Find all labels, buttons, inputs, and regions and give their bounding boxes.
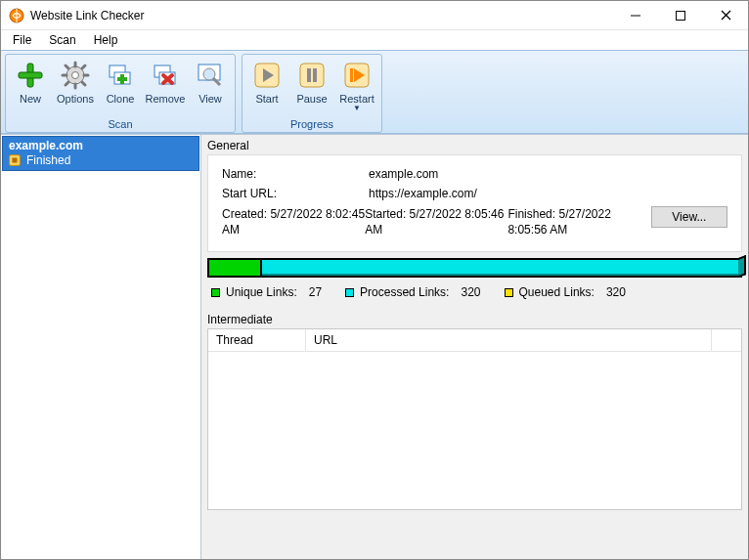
menu-help[interactable]: Help: [86, 31, 126, 49]
restart-button[interactable]: Restart ▼: [334, 57, 379, 117]
menubar: File Scan Help: [1, 30, 748, 50]
intermediate-header: Thread URL: [208, 329, 741, 352]
svg-rect-32: [307, 68, 311, 82]
close-button[interactable]: [703, 1, 748, 30]
intermediate-section-label: Intermediate: [201, 309, 748, 328]
options-button[interactable]: Options: [53, 57, 98, 117]
svg-line-14: [66, 65, 68, 68]
app-icon: [9, 8, 24, 23]
pause-icon: [296, 60, 328, 91]
name-label: Name:: [222, 167, 369, 181]
pause-button[interactable]: Pause: [289, 57, 334, 117]
view-details-button[interactable]: View...: [651, 206, 727, 228]
main-split: example.com Finished General Name: examp…: [1, 134, 748, 559]
ribbon-group-progress: Start Pause Restart ▼ Progress: [242, 54, 382, 133]
remove-button[interactable]: Remove: [143, 57, 188, 117]
starturl-label: Start URL:: [222, 187, 369, 200]
remove-icon: [150, 60, 181, 91]
titlebar: Website Link Checker: [1, 1, 748, 30]
maximize-button[interactable]: [658, 1, 703, 30]
svg-rect-3: [677, 11, 685, 20]
new-button[interactable]: New: [8, 57, 53, 117]
ribbon-group-progress-label: Progress: [244, 117, 379, 132]
general-section-label: General: [201, 135, 748, 154]
queued-links-label: Queued Links:: [519, 285, 595, 299]
menu-scan[interactable]: Scan: [41, 31, 83, 49]
swatch-unique: [211, 288, 220, 297]
col-spacer: [712, 329, 741, 351]
pause-label: Pause: [296, 93, 327, 105]
svg-rect-35: [350, 68, 353, 82]
chevron-down-icon: ▼: [353, 105, 361, 112]
sidebar-item-title: example.com: [9, 139, 193, 152]
col-url[interactable]: URL: [306, 329, 712, 351]
magnifier-icon: [195, 60, 226, 91]
clone-button[interactable]: Clone: [98, 57, 143, 117]
ribbon-group-scan: New Options Clone Remove: [5, 54, 236, 133]
play-icon: [251, 60, 283, 91]
progress-legend: Unique Links: 27 Processed Links: 320 Qu…: [211, 285, 742, 299]
start-label: Start: [255, 93, 278, 105]
minimize-button[interactable]: [613, 1, 658, 30]
svg-rect-7: [19, 72, 42, 78]
view-label: View: [198, 93, 222, 105]
processed-links-label: Processed Links:: [360, 285, 449, 299]
options-label: Options: [57, 93, 94, 105]
content-pane[interactable]: General Name: example.com Start URL: htt…: [201, 135, 748, 559]
sidebar-item-status: Finished: [26, 153, 70, 167]
clone-label: Clone: [107, 93, 135, 105]
ribbon: New Options Clone Remove: [1, 50, 748, 134]
sidebar: example.com Finished: [1, 135, 201, 559]
svg-rect-38: [13, 158, 18, 163]
menu-file[interactable]: File: [5, 31, 39, 49]
view-button[interactable]: View: [188, 57, 233, 117]
starturl-value: https://example.com/: [369, 187, 477, 200]
svg-line-16: [82, 65, 85, 68]
new-label: New: [20, 93, 41, 105]
created-label: Created:: [222, 207, 267, 221]
name-value: example.com: [369, 167, 438, 181]
started-label: Started:: [365, 207, 406, 221]
queued-links-value: 320: [606, 285, 626, 299]
window-title: Website Link Checker: [30, 9, 145, 22]
finished-label: Finished:: [507, 207, 555, 221]
general-panel: Name: example.com Start URL: https://exa…: [207, 154, 742, 252]
plus-icon: [15, 60, 46, 91]
restart-icon: [341, 60, 373, 91]
unique-links-value: 27: [309, 285, 322, 299]
svg-rect-31: [300, 64, 324, 87]
col-thread[interactable]: Thread: [208, 329, 306, 351]
svg-point-9: [72, 72, 79, 79]
start-button[interactable]: Start: [244, 57, 289, 117]
unique-links-label: Unique Links:: [226, 285, 297, 299]
svg-rect-33: [313, 68, 317, 82]
progress-bar: [207, 258, 742, 278]
swatch-queued: [505, 288, 513, 297]
gear-icon: [60, 60, 91, 91]
swatch-processed: [345, 288, 354, 297]
stop-icon: [9, 154, 21, 166]
svg-line-17: [66, 82, 68, 85]
ribbon-group-scan-label: Scan: [8, 117, 233, 132]
intermediate-panel: Thread URL: [207, 328, 742, 510]
sidebar-item-scan[interactable]: example.com Finished: [2, 136, 199, 171]
svg-line-15: [82, 82, 85, 85]
processed-links-value: 320: [461, 285, 480, 299]
svg-rect-21: [117, 77, 127, 81]
remove-label: Remove: [146, 93, 186, 105]
clone-icon: [105, 60, 136, 91]
